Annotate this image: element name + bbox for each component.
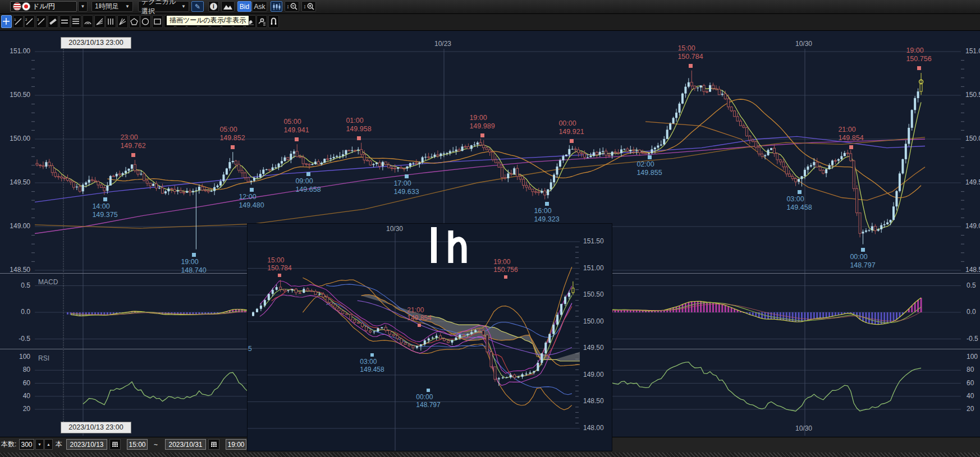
price-axis-label-left: 151.00 xyxy=(1,47,30,55)
price-axis-label-right: 150.50 xyxy=(965,91,980,99)
circle-icon xyxy=(141,17,150,26)
tool-pitchfork-button[interactable] xyxy=(117,15,128,28)
price-axis-label-left: 150.00 xyxy=(1,135,30,142)
chevron-down-icon: ▼ xyxy=(125,4,130,9)
tooltip: 描画ツールの表示/非表示 xyxy=(166,15,249,26)
pitchfork-icon xyxy=(118,17,127,26)
fib-fan-icon xyxy=(95,17,104,26)
bar-unit-label: 本 xyxy=(56,439,62,450)
rsi-axis-label-right: 40 xyxy=(967,392,974,400)
crosshair-icon xyxy=(2,17,11,26)
swing-marker xyxy=(357,136,361,140)
jp-flag-icon xyxy=(22,2,30,11)
ask-button[interactable]: Ask xyxy=(252,1,267,12)
pair-dropdown-button[interactable]: ▼ xyxy=(78,1,88,12)
swing-marker xyxy=(192,253,196,257)
rsi-axis-label-left: 20 xyxy=(1,405,30,413)
tool-rectangle-button[interactable] xyxy=(152,15,163,28)
swing-time: 00:00 xyxy=(558,119,584,128)
swing-annotation: 14:00149.375 xyxy=(92,202,117,219)
tool-ruler-button[interactable] xyxy=(48,15,58,28)
rsi-axis-label-left: 40 xyxy=(1,392,30,400)
bar-count-label: 本数: xyxy=(1,439,16,450)
rsi-date-axis-label: 10/30 xyxy=(795,424,812,432)
price-axis-label-left: 149.50 xyxy=(1,178,30,186)
swing-annotation: 05:00149.852 xyxy=(219,126,245,142)
tool-trendline-2-button[interactable]: 2 xyxy=(24,15,35,28)
chevron-down-icon: ▼ xyxy=(181,4,186,9)
tool-fib-fan-button[interactable] xyxy=(94,15,105,28)
swing-price: 150.784 xyxy=(677,53,703,61)
price-axis-label-left: 149.00 xyxy=(1,222,30,230)
calendar-from-button[interactable] xyxy=(109,439,121,450)
currency-pair-selector[interactable]: ドル/円 xyxy=(10,1,77,12)
timeframe-dropdown[interactable]: 1時間足▼ xyxy=(91,1,133,12)
time-to-input[interactable]: 19:00 xyxy=(226,439,246,450)
area-chart-button[interactable] xyxy=(221,1,235,12)
swing-time: 19:00 xyxy=(181,258,206,266)
calendar-icon xyxy=(210,441,217,447)
technical-select-dropdown[interactable]: テクニカル選択▼ xyxy=(138,1,189,12)
tool-trendline-1-button[interactable]: 1 xyxy=(13,15,24,28)
price-axis-label-right: 149.00 xyxy=(965,222,980,230)
draw-tools-toggle-button[interactable]: ✎ xyxy=(191,1,204,12)
bid-label: Bid xyxy=(240,3,249,11)
tool-fib-arc-button[interactable] xyxy=(83,15,93,28)
bid-button[interactable]: Bid xyxy=(237,1,251,12)
zoom-out-button[interactable]: ↕ xyxy=(285,1,299,12)
date-from-input[interactable]: 2023/10/13 xyxy=(66,439,107,450)
swing-price: 149.989 xyxy=(469,122,494,131)
popup-price-axis-label: 150.00 xyxy=(583,317,604,325)
popup-price-axis-label: 148.50 xyxy=(583,397,604,405)
swing-annotation: 05:00149.941 xyxy=(283,118,309,135)
swing-marker xyxy=(405,174,409,178)
swing-marker xyxy=(295,137,299,141)
calendar-to-button[interactable] xyxy=(208,439,219,450)
info-button[interactable]: i xyxy=(208,1,219,12)
price-axis-label-left: 150.50 xyxy=(1,91,30,99)
tool-vlines-button[interactable] xyxy=(106,15,116,28)
count-decrease-button[interactable]: ▼ xyxy=(35,439,44,450)
swing-time: 09:00 xyxy=(295,177,320,186)
swing-marker xyxy=(861,248,865,252)
info-icon: i xyxy=(210,3,217,10)
time-from-input[interactable]: 15:00 xyxy=(127,439,148,450)
chevron-down-icon: ▼ xyxy=(81,4,85,9)
tool-crosshair-button[interactable] xyxy=(1,15,12,28)
tool-pentagon-button[interactable] xyxy=(129,15,140,28)
swing-time: 19:00 xyxy=(906,47,931,55)
tool-magnet-button[interactable] xyxy=(268,15,279,28)
ask-label: Ask xyxy=(254,3,265,11)
bar-count-input[interactable]: 300 xyxy=(19,439,34,450)
pentagon-icon xyxy=(130,17,139,26)
tool-settings-wrench-button[interactable] xyxy=(257,15,267,28)
swing-marker xyxy=(917,66,921,70)
swing-time: 21:00 xyxy=(838,126,863,134)
swing-price: 149.958 xyxy=(346,125,371,133)
detail-chart-popup[interactable]: 10/30 151.50151.00150.50150.00149.50149.… xyxy=(247,223,612,451)
magnet-icon xyxy=(269,17,278,26)
swing-annotation: 15:00150.784 xyxy=(677,44,703,61)
candlestick-icon xyxy=(273,3,281,10)
tool-hline-double-button[interactable] xyxy=(59,15,70,28)
horizontal-scrollbar[interactable] xyxy=(0,452,980,457)
tool-hline-triple-button[interactable] xyxy=(71,15,81,28)
date-to-input[interactable]: 2023/10/31 xyxy=(165,439,206,450)
count-increase-button[interactable]: ▲ xyxy=(44,439,53,450)
swing-time: 16:00 xyxy=(534,207,559,215)
swing-price: 149.480 xyxy=(239,201,264,210)
tool-trendline-3-button[interactable]: 3 xyxy=(36,15,47,28)
freehand-drawing-1h xyxy=(248,224,580,451)
fx-chart-app: { "toolbar": { "pair": "ドル/円", "timefram… xyxy=(0,0,980,457)
tool-circle-button[interactable] xyxy=(140,15,151,28)
rsi-panel-label: RSI xyxy=(38,354,49,362)
zoom-in-button[interactable]: ↕ xyxy=(301,1,316,12)
crosshair-datetime-label-bottom: 2023/10/13 23:00 xyxy=(61,422,131,433)
hline-double-icon xyxy=(61,17,69,26)
swing-marker xyxy=(689,64,693,68)
macd-axis-label-right: 0.5 xyxy=(967,281,976,289)
timeframe-label: 1時間足 xyxy=(95,2,119,11)
crosshair-datetime-label-top: 2023/10/13 23:00 xyxy=(61,37,131,49)
swing-annotation: 16:00149.323 xyxy=(534,207,559,224)
candlestick-mode-button[interactable] xyxy=(271,1,282,12)
